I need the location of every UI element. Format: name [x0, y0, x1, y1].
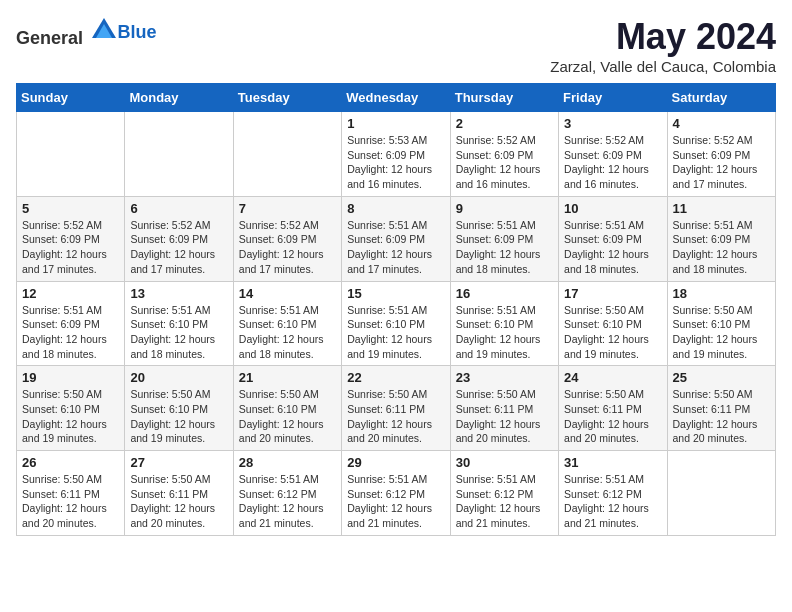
day-cell: 10Sunrise: 5:51 AM Sunset: 6:09 PM Dayli… [559, 196, 667, 281]
day-cell: 4Sunrise: 5:52 AM Sunset: 6:09 PM Daylig… [667, 112, 775, 197]
logo-general: General [16, 28, 83, 48]
day-cell [667, 451, 775, 536]
day-info: Sunrise: 5:50 AM Sunset: 6:11 PM Dayligh… [22, 472, 119, 531]
week-row-1: 1Sunrise: 5:53 AM Sunset: 6:09 PM Daylig… [17, 112, 776, 197]
day-number: 4 [673, 116, 770, 131]
day-info: Sunrise: 5:50 AM Sunset: 6:11 PM Dayligh… [130, 472, 227, 531]
day-info: Sunrise: 5:53 AM Sunset: 6:09 PM Dayligh… [347, 133, 444, 192]
weekday-header-tuesday: Tuesday [233, 84, 341, 112]
day-cell: 17Sunrise: 5:50 AM Sunset: 6:10 PM Dayli… [559, 281, 667, 366]
day-number: 22 [347, 370, 444, 385]
day-number: 27 [130, 455, 227, 470]
weekday-header-thursday: Thursday [450, 84, 558, 112]
day-info: Sunrise: 5:50 AM Sunset: 6:11 PM Dayligh… [456, 387, 553, 446]
day-info: Sunrise: 5:52 AM Sunset: 6:09 PM Dayligh… [22, 218, 119, 277]
day-cell: 21Sunrise: 5:50 AM Sunset: 6:10 PM Dayli… [233, 366, 341, 451]
logo-icon [90, 16, 118, 44]
week-row-2: 5Sunrise: 5:52 AM Sunset: 6:09 PM Daylig… [17, 196, 776, 281]
day-number: 23 [456, 370, 553, 385]
day-cell [17, 112, 125, 197]
day-cell: 22Sunrise: 5:50 AM Sunset: 6:11 PM Dayli… [342, 366, 450, 451]
day-info: Sunrise: 5:50 AM Sunset: 6:11 PM Dayligh… [673, 387, 770, 446]
day-cell: 30Sunrise: 5:51 AM Sunset: 6:12 PM Dayli… [450, 451, 558, 536]
day-info: Sunrise: 5:50 AM Sunset: 6:10 PM Dayligh… [239, 387, 336, 446]
week-row-4: 19Sunrise: 5:50 AM Sunset: 6:10 PM Dayli… [17, 366, 776, 451]
day-number: 8 [347, 201, 444, 216]
day-cell: 25Sunrise: 5:50 AM Sunset: 6:11 PM Dayli… [667, 366, 775, 451]
day-cell: 9Sunrise: 5:51 AM Sunset: 6:09 PM Daylig… [450, 196, 558, 281]
day-cell: 11Sunrise: 5:51 AM Sunset: 6:09 PM Dayli… [667, 196, 775, 281]
day-info: Sunrise: 5:51 AM Sunset: 6:09 PM Dayligh… [673, 218, 770, 277]
logo: General Blue [16, 16, 157, 49]
day-number: 5 [22, 201, 119, 216]
day-info: Sunrise: 5:52 AM Sunset: 6:09 PM Dayligh… [456, 133, 553, 192]
day-number: 6 [130, 201, 227, 216]
day-cell: 29Sunrise: 5:51 AM Sunset: 6:12 PM Dayli… [342, 451, 450, 536]
day-cell: 2Sunrise: 5:52 AM Sunset: 6:09 PM Daylig… [450, 112, 558, 197]
day-info: Sunrise: 5:51 AM Sunset: 6:09 PM Dayligh… [347, 218, 444, 277]
day-info: Sunrise: 5:51 AM Sunset: 6:10 PM Dayligh… [239, 303, 336, 362]
weekday-header-sunday: Sunday [17, 84, 125, 112]
day-cell: 8Sunrise: 5:51 AM Sunset: 6:09 PM Daylig… [342, 196, 450, 281]
day-cell: 19Sunrise: 5:50 AM Sunset: 6:10 PM Dayli… [17, 366, 125, 451]
day-number: 3 [564, 116, 661, 131]
day-number: 13 [130, 286, 227, 301]
day-info: Sunrise: 5:51 AM Sunset: 6:10 PM Dayligh… [347, 303, 444, 362]
day-number: 29 [347, 455, 444, 470]
day-number: 1 [347, 116, 444, 131]
title-area: May 2024 Zarzal, Valle del Cauca, Colomb… [550, 16, 776, 75]
day-number: 12 [22, 286, 119, 301]
day-cell: 28Sunrise: 5:51 AM Sunset: 6:12 PM Dayli… [233, 451, 341, 536]
day-info: Sunrise: 5:50 AM Sunset: 6:11 PM Dayligh… [347, 387, 444, 446]
day-info: Sunrise: 5:51 AM Sunset: 6:12 PM Dayligh… [347, 472, 444, 531]
day-info: Sunrise: 5:51 AM Sunset: 6:09 PM Dayligh… [564, 218, 661, 277]
week-row-5: 26Sunrise: 5:50 AM Sunset: 6:11 PM Dayli… [17, 451, 776, 536]
day-cell: 7Sunrise: 5:52 AM Sunset: 6:09 PM Daylig… [233, 196, 341, 281]
day-cell: 23Sunrise: 5:50 AM Sunset: 6:11 PM Dayli… [450, 366, 558, 451]
day-cell [125, 112, 233, 197]
day-number: 19 [22, 370, 119, 385]
day-info: Sunrise: 5:50 AM Sunset: 6:10 PM Dayligh… [564, 303, 661, 362]
day-cell: 24Sunrise: 5:50 AM Sunset: 6:11 PM Dayli… [559, 366, 667, 451]
day-info: Sunrise: 5:52 AM Sunset: 6:09 PM Dayligh… [673, 133, 770, 192]
day-number: 30 [456, 455, 553, 470]
day-number: 18 [673, 286, 770, 301]
day-info: Sunrise: 5:51 AM Sunset: 6:10 PM Dayligh… [456, 303, 553, 362]
page-header: General Blue May 2024 Zarzal, Valle del … [16, 16, 776, 75]
day-info: Sunrise: 5:52 AM Sunset: 6:09 PM Dayligh… [239, 218, 336, 277]
day-number: 11 [673, 201, 770, 216]
day-cell: 1Sunrise: 5:53 AM Sunset: 6:09 PM Daylig… [342, 112, 450, 197]
day-cell: 16Sunrise: 5:51 AM Sunset: 6:10 PM Dayli… [450, 281, 558, 366]
day-number: 26 [22, 455, 119, 470]
day-info: Sunrise: 5:51 AM Sunset: 6:12 PM Dayligh… [239, 472, 336, 531]
day-number: 16 [456, 286, 553, 301]
day-cell: 18Sunrise: 5:50 AM Sunset: 6:10 PM Dayli… [667, 281, 775, 366]
day-cell: 15Sunrise: 5:51 AM Sunset: 6:10 PM Dayli… [342, 281, 450, 366]
day-number: 2 [456, 116, 553, 131]
day-cell: 6Sunrise: 5:52 AM Sunset: 6:09 PM Daylig… [125, 196, 233, 281]
weekday-header-row: SundayMondayTuesdayWednesdayThursdayFrid… [17, 84, 776, 112]
day-number: 7 [239, 201, 336, 216]
day-number: 28 [239, 455, 336, 470]
day-info: Sunrise: 5:51 AM Sunset: 6:12 PM Dayligh… [564, 472, 661, 531]
day-number: 21 [239, 370, 336, 385]
weekday-header-friday: Friday [559, 84, 667, 112]
day-info: Sunrise: 5:51 AM Sunset: 6:10 PM Dayligh… [130, 303, 227, 362]
day-number: 20 [130, 370, 227, 385]
weekday-header-saturday: Saturday [667, 84, 775, 112]
day-number: 9 [456, 201, 553, 216]
day-cell: 31Sunrise: 5:51 AM Sunset: 6:12 PM Dayli… [559, 451, 667, 536]
calendar-table: SundayMondayTuesdayWednesdayThursdayFrid… [16, 83, 776, 536]
day-number: 25 [673, 370, 770, 385]
day-info: Sunrise: 5:51 AM Sunset: 6:12 PM Dayligh… [456, 472, 553, 531]
week-row-3: 12Sunrise: 5:51 AM Sunset: 6:09 PM Dayli… [17, 281, 776, 366]
day-cell: 5Sunrise: 5:52 AM Sunset: 6:09 PM Daylig… [17, 196, 125, 281]
location-title: Zarzal, Valle del Cauca, Colombia [550, 58, 776, 75]
logo-blue: Blue [118, 22, 157, 42]
day-info: Sunrise: 5:51 AM Sunset: 6:09 PM Dayligh… [456, 218, 553, 277]
day-number: 24 [564, 370, 661, 385]
day-cell: 12Sunrise: 5:51 AM Sunset: 6:09 PM Dayli… [17, 281, 125, 366]
day-cell [233, 112, 341, 197]
day-info: Sunrise: 5:50 AM Sunset: 6:10 PM Dayligh… [22, 387, 119, 446]
day-info: Sunrise: 5:50 AM Sunset: 6:10 PM Dayligh… [130, 387, 227, 446]
